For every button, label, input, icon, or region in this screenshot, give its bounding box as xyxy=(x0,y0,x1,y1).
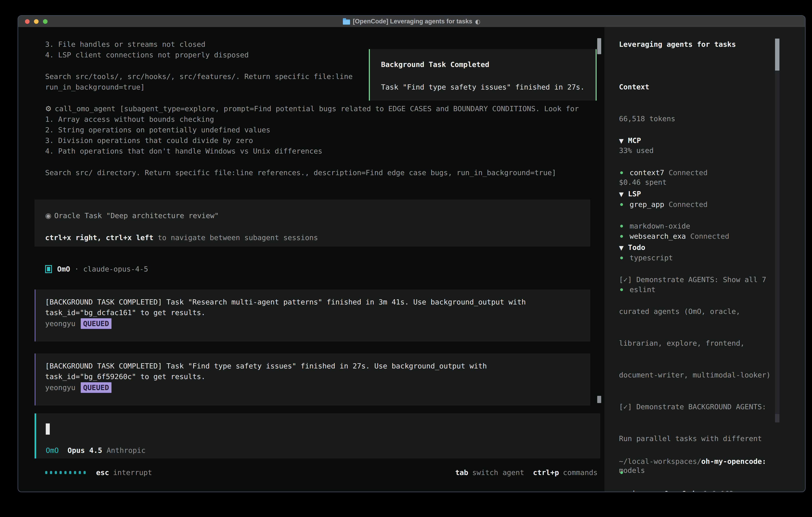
bullet-icon xyxy=(620,471,623,474)
input-model-label: Opus 4.5 xyxy=(67,445,102,456)
input-provider-label: Anthropic xyxy=(107,445,145,456)
message-line: [BACKGROUND TASK COMPLETED] Task "Resear… xyxy=(45,297,590,307)
esc-key-label: interrupt xyxy=(113,467,152,478)
window-title: [OpenCode] Leveraging agents for tasks ◐ xyxy=(343,18,480,25)
tool-call-line: 3. Division operations that could divide… xyxy=(45,135,579,146)
workspace-path-prefix: ~/local-workspaces/ xyxy=(619,457,701,465)
scrollback-block: 3. File handles or streams not closed 4.… xyxy=(45,39,353,92)
tool-call-line: call_omo_agent [subagent_type=explore, p… xyxy=(55,105,579,113)
sidebar-scrollbar-thumb[interactable] xyxy=(775,38,779,71)
app-name: Open xyxy=(664,490,682,492)
background-task-toast: Background Task Completed Task "Find typ… xyxy=(369,49,597,101)
scrollback-line: run_in_background=true] xyxy=(45,82,353,92)
oracle-task-title: Oracle Task "Deep architecture review" xyxy=(54,212,219,220)
tool-call-line: Search src/ directory. Return specific f… xyxy=(45,167,579,178)
context-header: Context xyxy=(619,82,675,92)
tab-key-hint: tab xyxy=(455,467,468,478)
chevron-down-icon: ▼ xyxy=(619,137,624,144)
mcp-section-header[interactable]: ▼MCP xyxy=(619,135,729,146)
oracle-icon: ◉ xyxy=(45,212,51,220)
message-line: task_id="bg_dcfac161" to get results. xyxy=(45,307,590,318)
esc-key-hint: esc xyxy=(96,467,109,478)
tab-key-label: switch agent xyxy=(472,467,524,478)
todo-item-done: librarian, explore, frontend, xyxy=(619,338,779,349)
todo-section-header[interactable]: ▼Todo xyxy=(619,242,779,253)
traffic-lights xyxy=(25,16,48,27)
agent-header: OmO · claude-opus-4-5 xyxy=(45,264,148,274)
message-line: [BACKGROUND TASK COMPLETED] Task "Find t… xyxy=(45,361,590,371)
titlebar: [OpenCode] Leveraging agents for tasks ◐ xyxy=(18,16,805,27)
gear-icon: ⚙ xyxy=(45,105,52,113)
input-agent-label: OmO xyxy=(46,445,59,456)
oracle-task-panel: ◉Oracle Task "Deep architecture review" … xyxy=(35,199,590,246)
background-task-message: [BACKGROUND TASK COMPLETED] Task "Resear… xyxy=(35,290,590,342)
todo-item-done: curated agents (OmO, oracle, xyxy=(619,306,779,317)
oracle-hint-text: to navigate between subagent sessions xyxy=(153,234,318,242)
agent-icon xyxy=(45,265,52,273)
app-version: 1.0.163 xyxy=(703,490,734,492)
workspace-repo: oh-my-opencode: xyxy=(701,457,766,465)
todo-item-done: [✓] Demonstrate BACKGROUND AGENTS: xyxy=(619,402,779,412)
scrollback-line: 4. LSP client connections not properly d… xyxy=(45,50,353,60)
lsp-section-header[interactable]: ▼LSP xyxy=(619,189,690,199)
status-badge: QUEUED xyxy=(81,382,112,393)
scrollback-line: 3. File handles or streams not closed xyxy=(45,39,353,50)
text-cursor xyxy=(46,424,50,435)
message-author: yeongyu xyxy=(45,318,76,329)
scrollback-line: Search src/tools/, src/hooks/, src/featu… xyxy=(45,71,353,82)
session-title: Leveraging agents for tasks xyxy=(619,39,736,50)
todo-item-done: document-writer, multimodal-looker) xyxy=(619,370,779,380)
minimize-button[interactable] xyxy=(34,19,38,24)
status-badge: QUEUED xyxy=(81,318,112,329)
chat-scrollbar-thumb[interactable] xyxy=(597,396,601,403)
oracle-hint-keys: ctrl+x right, ctrl+x left xyxy=(45,234,153,242)
sidebar: Leveraging agents for tasks Context 66,5… xyxy=(604,27,805,492)
ctrlp-key-label: commands xyxy=(563,467,598,478)
window-title-text: [OpenCode] Leveraging agents for tasks xyxy=(353,18,472,25)
tool-call-line: 2. String operations on potentially unde… xyxy=(45,125,579,135)
status-bar: esc interrupt tab switch agent ctrl+p co… xyxy=(45,467,598,478)
prompt-input[interactable]: OmO Opus 4.5 Anthropic xyxy=(35,413,600,458)
chat-area: 3. File handles or streams not closed 4.… xyxy=(18,27,604,492)
sidebar-scrollbar-track[interactable] xyxy=(775,38,779,423)
chevron-down-icon: ▼ xyxy=(619,244,624,251)
tool-call-line: 4. Path operations that don't handle Win… xyxy=(45,146,579,156)
zoom-button[interactable] xyxy=(43,19,48,24)
spinner-icon xyxy=(45,471,86,474)
version-line: OpenCode1.0.163 xyxy=(619,467,806,492)
folder-icon xyxy=(343,19,350,25)
ctrlp-key-hint: ctrl+p xyxy=(533,467,559,478)
message-author: yeongyu xyxy=(45,382,76,393)
app-window: [OpenCode] Leveraging agents for tasks ◐… xyxy=(18,15,806,492)
chevron-down-icon: ▼ xyxy=(619,191,624,198)
close-button[interactable] xyxy=(25,19,30,24)
todo-item-done: [✓] Demonstrate AGENTS: Show all 7 xyxy=(619,274,779,285)
tool-call-block: ⚙call_omo_agent [subagent_type=explore, … xyxy=(45,103,579,178)
chat-scrollbar-thumb[interactable] xyxy=(597,38,601,54)
message-line: task_id="bg_6f59260c" to get results. xyxy=(45,371,590,382)
agent-name: OmO xyxy=(57,264,70,274)
background-task-message: [BACKGROUND TASK COMPLETED] Task "Find t… xyxy=(35,353,590,405)
tool-call-line: 1. Array access without bounds checking xyxy=(45,114,579,125)
toast-title: Background Task Completed xyxy=(381,59,596,70)
toast-body: Task "Find type safety issues" finished … xyxy=(381,82,596,92)
agent-model: · claude-opus-4-5 xyxy=(75,264,148,274)
session-state-icon: ◐ xyxy=(475,18,480,25)
